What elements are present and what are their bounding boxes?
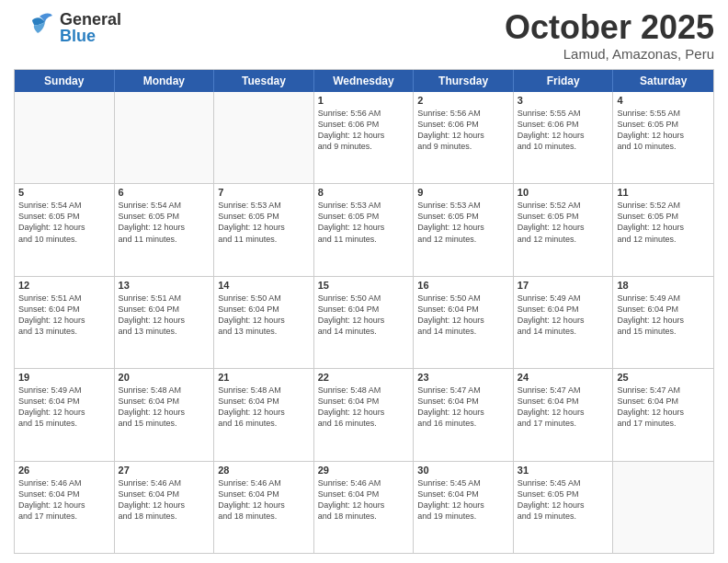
day-number: 12: [18, 280, 110, 291]
cal-cell-21: 21Sunrise: 5:48 AMSunset: 6:04 PMDayligh…: [214, 369, 314, 460]
logo-general: General: [60, 11, 121, 28]
day-number: 24: [518, 372, 609, 383]
cal-header-monday: Monday: [115, 70, 215, 92]
cal-cell-30: 30Sunrise: 5:45 AMSunset: 6:04 PMDayligh…: [414, 462, 514, 553]
day-number: 29: [318, 465, 410, 476]
cell-info: Sunrise: 5:48 AMSunset: 6:04 PMDaylight:…: [218, 385, 310, 430]
month-title: October 2025: [505, 9, 714, 46]
cal-cell-29: 29Sunrise: 5:46 AMSunset: 6:04 PMDayligh…: [314, 462, 415, 553]
cell-info: Sunrise: 5:53 AMSunset: 6:05 PMDaylight:…: [218, 200, 310, 245]
cell-info: Sunrise: 5:47 AMSunset: 6:04 PMDaylight:…: [518, 385, 609, 430]
cal-cell-18: 18Sunrise: 5:49 AMSunset: 6:04 PMDayligh…: [613, 277, 713, 368]
cal-cell-4: 4Sunrise: 5:55 AMSunset: 6:05 PMDaylight…: [613, 92, 713, 183]
cell-info: Sunrise: 5:54 AMSunset: 6:05 PMDaylight:…: [119, 200, 210, 245]
cal-cell-26: 26Sunrise: 5:46 AMSunset: 6:04 PMDayligh…: [15, 462, 115, 553]
cell-info: Sunrise: 5:52 AMSunset: 6:05 PMDaylight:…: [617, 200, 710, 245]
cal-header-friday: Friday: [514, 70, 614, 92]
cell-info: Sunrise: 5:46 AMSunset: 6:04 PMDaylight:…: [119, 477, 210, 523]
cal-cell-5: 5Sunrise: 5:54 AMSunset: 6:05 PMDaylight…: [15, 184, 115, 275]
calendar-body: 1Sunrise: 5:56 AMSunset: 6:06 PMDaylight…: [15, 92, 713, 553]
title-section: October 2025 Lamud, Amazonas, Peru: [505, 9, 714, 62]
cal-cell-9: 9Sunrise: 5:53 AMSunset: 6:05 PMDaylight…: [414, 184, 514, 275]
cell-info: Sunrise: 5:51 AMSunset: 6:04 PMDaylight:…: [18, 293, 110, 338]
cell-info: Sunrise: 5:49 AMSunset: 6:04 PMDaylight:…: [18, 385, 110, 430]
cal-cell-25: 25Sunrise: 5:47 AMSunset: 6:04 PMDayligh…: [613, 369, 713, 460]
day-number: 8: [318, 187, 410, 198]
day-number: 15: [318, 280, 410, 291]
day-number: 19: [18, 372, 110, 383]
cell-info: Sunrise: 5:45 AMSunset: 6:05 PMDaylight:…: [518, 477, 609, 523]
day-number: 10: [518, 187, 609, 198]
cal-cell-15: 15Sunrise: 5:50 AMSunset: 6:04 PMDayligh…: [314, 277, 415, 368]
cal-cell-17: 17Sunrise: 5:49 AMSunset: 6:04 PMDayligh…: [514, 277, 614, 368]
day-number: 4: [617, 95, 710, 106]
location: Lamud, Amazonas, Peru: [505, 46, 714, 62]
cell-info: Sunrise: 5:49 AMSunset: 6:04 PMDaylight:…: [518, 293, 609, 338]
cell-info: Sunrise: 5:48 AMSunset: 6:04 PMDaylight:…: [119, 385, 210, 430]
day-number: 14: [218, 280, 310, 291]
cal-header-tuesday: Tuesday: [214, 70, 314, 92]
cell-info: Sunrise: 5:53 AMSunset: 6:05 PMDaylight:…: [417, 200, 509, 245]
cell-info: Sunrise: 5:49 AMSunset: 6:04 PMDaylight:…: [617, 293, 710, 338]
cal-cell-22: 22Sunrise: 5:48 AMSunset: 6:04 PMDayligh…: [314, 369, 415, 460]
cell-info: Sunrise: 5:46 AMSunset: 6:04 PMDaylight:…: [218, 477, 310, 523]
cal-header-thursday: Thursday: [414, 70, 514, 92]
cal-cell-1: 1Sunrise: 5:56 AMSunset: 6:06 PMDaylight…: [314, 92, 415, 183]
day-number: 1: [318, 95, 410, 106]
cal-cell-24: 24Sunrise: 5:47 AMSunset: 6:04 PMDayligh…: [514, 369, 614, 460]
day-number: 23: [417, 372, 509, 383]
cal-row-3: 19Sunrise: 5:49 AMSunset: 6:04 PMDayligh…: [15, 368, 713, 460]
cal-row-2: 12Sunrise: 5:51 AMSunset: 6:04 PMDayligh…: [15, 276, 713, 368]
day-number: 28: [218, 465, 310, 476]
logo: General Blue: [14, 9, 121, 46]
day-number: 11: [617, 187, 710, 198]
logo-blue: Blue: [60, 28, 121, 44]
logo-text: General Blue: [60, 11, 121, 44]
day-number: 22: [318, 372, 410, 383]
cal-cell-16: 16Sunrise: 5:50 AMSunset: 6:04 PMDayligh…: [414, 277, 514, 368]
day-number: 31: [518, 465, 609, 476]
day-number: 2: [417, 95, 509, 106]
cell-info: Sunrise: 5:54 AMSunset: 6:05 PMDaylight:…: [18, 200, 110, 245]
cell-info: Sunrise: 5:47 AMSunset: 6:04 PMDaylight:…: [617, 385, 710, 430]
day-number: 16: [417, 280, 509, 291]
day-number: 17: [518, 280, 609, 291]
cal-row-0: 1Sunrise: 5:56 AMSunset: 6:06 PMDaylight…: [15, 92, 713, 183]
day-number: 25: [617, 372, 710, 383]
cell-info: Sunrise: 5:47 AMSunset: 6:04 PMDaylight:…: [417, 385, 509, 430]
cal-cell-6: 6Sunrise: 5:54 AMSunset: 6:05 PMDaylight…: [115, 184, 215, 275]
day-number: 13: [119, 280, 210, 291]
cal-cell-19: 19Sunrise: 5:49 AMSunset: 6:04 PMDayligh…: [15, 369, 115, 460]
cell-info: Sunrise: 5:52 AMSunset: 6:05 PMDaylight:…: [518, 200, 609, 245]
cal-cell-empty: [613, 462, 713, 553]
cal-header-sunday: Sunday: [15, 70, 115, 92]
cell-info: Sunrise: 5:51 AMSunset: 6:04 PMDaylight:…: [119, 293, 210, 338]
cal-cell-12: 12Sunrise: 5:51 AMSunset: 6:04 PMDayligh…: [15, 277, 115, 368]
cal-cell-10: 10Sunrise: 5:52 AMSunset: 6:05 PMDayligh…: [514, 184, 614, 275]
cell-info: Sunrise: 5:56 AMSunset: 6:06 PMDaylight:…: [318, 108, 410, 153]
cell-info: Sunrise: 5:46 AMSunset: 6:04 PMDaylight:…: [318, 477, 410, 523]
day-number: 5: [18, 187, 110, 198]
day-number: 27: [119, 465, 210, 476]
logo-icon: [14, 9, 60, 46]
cal-cell-13: 13Sunrise: 5:51 AMSunset: 6:04 PMDayligh…: [115, 277, 215, 368]
cal-cell-31: 31Sunrise: 5:45 AMSunset: 6:05 PMDayligh…: [514, 462, 614, 553]
cal-cell-28: 28Sunrise: 5:46 AMSunset: 6:04 PMDayligh…: [214, 462, 314, 553]
cell-info: Sunrise: 5:53 AMSunset: 6:05 PMDaylight:…: [318, 200, 410, 245]
day-number: 20: [119, 372, 210, 383]
cell-info: Sunrise: 5:50 AMSunset: 6:04 PMDaylight:…: [318, 293, 410, 338]
cal-header-saturday: Saturday: [613, 70, 713, 92]
cell-info: Sunrise: 5:50 AMSunset: 6:04 PMDaylight:…: [218, 293, 310, 338]
cell-info: Sunrise: 5:46 AMSunset: 6:04 PMDaylight:…: [18, 477, 110, 523]
cal-cell-empty: [115, 92, 215, 183]
day-number: 21: [218, 372, 310, 383]
cal-cell-8: 8Sunrise: 5:53 AMSunset: 6:05 PMDaylight…: [314, 184, 415, 275]
day-number: 18: [617, 280, 710, 291]
day-number: 7: [218, 187, 310, 198]
cal-cell-7: 7Sunrise: 5:53 AMSunset: 6:05 PMDaylight…: [214, 184, 314, 275]
cal-cell-27: 27Sunrise: 5:46 AMSunset: 6:04 PMDayligh…: [115, 462, 215, 553]
cal-cell-14: 14Sunrise: 5:50 AMSunset: 6:04 PMDayligh…: [214, 277, 314, 368]
day-number: 30: [417, 465, 509, 476]
day-number: 26: [18, 465, 110, 476]
cal-cell-empty: [15, 92, 115, 183]
